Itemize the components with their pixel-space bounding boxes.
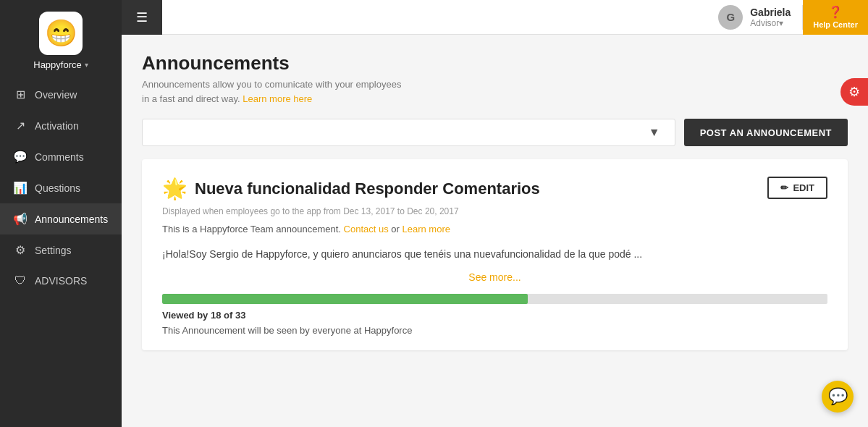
logo-emoji: 😁 bbox=[45, 18, 77, 48]
avatar: G bbox=[718, 5, 743, 30]
announcement-title-row: 🌟 Nueva funcionalidad Responder Comentar… bbox=[162, 177, 540, 200]
announcement-header: 🌟 Nueva funcionalidad Responder Comentar… bbox=[162, 177, 827, 200]
filter-input-wrap: ▼ bbox=[142, 119, 675, 146]
sidebar-item-label: Activation bbox=[35, 120, 79, 132]
announcement-title: Nueva funcionalidad Responder Comentario… bbox=[195, 179, 540, 198]
settings-fab-button[interactable]: ⚙ bbox=[840, 78, 868, 106]
viewed-total: 33 bbox=[235, 310, 245, 321]
announcement-footer: This Announcement will be seen by everyo… bbox=[162, 325, 827, 336]
learn-more-link[interactable]: Learn more bbox=[403, 224, 450, 234]
announcement-card: 🌟 Nueva funcionalidad Responder Comentar… bbox=[142, 159, 848, 350]
progress-bar bbox=[162, 294, 827, 304]
questions-icon: 📊 bbox=[13, 181, 28, 195]
user-name: Gabriela bbox=[750, 7, 791, 18]
announcement-meta: Displayed when employees go to the app f… bbox=[162, 206, 827, 216]
edit-icon: ✏ bbox=[780, 182, 788, 193]
sidebar-item-label: Overview bbox=[35, 89, 77, 101]
page-content: ⚙ Announcements Announcements allow you … bbox=[122, 35, 868, 427]
sidebar-item-label: Questions bbox=[35, 182, 80, 194]
announcement-emoji: 🌟 bbox=[162, 177, 187, 200]
app-name-chevron-icon: ▾ bbox=[85, 61, 88, 69]
viewed-of: of bbox=[224, 310, 232, 321]
subtitle-line1: Announcements allow you to comunicate wi… bbox=[142, 79, 401, 90]
overview-icon: ⊞ bbox=[13, 88, 28, 101]
activation-icon: ↗ bbox=[13, 119, 28, 132]
learn-more-header-link[interactable]: Learn more here bbox=[243, 93, 312, 104]
settings-icon: ⚙ bbox=[13, 243, 28, 257]
filter-icon-button[interactable]: ▼ bbox=[641, 126, 667, 139]
app-name-text: Happyforce bbox=[33, 59, 81, 70]
filter-icon: ▼ bbox=[649, 126, 660, 139]
sidebar: 😁 Happyforce ▾ ⊞ Overview ↗ Activation 💬… bbox=[0, 0, 122, 427]
topbar: ☰ G Gabriela Advisor▾ ❓ Help Center bbox=[122, 0, 868, 35]
app-name-label[interactable]: Happyforce ▾ bbox=[33, 59, 88, 70]
contact-us-link[interactable]: Contact us bbox=[344, 224, 389, 234]
gear-icon: ⚙ bbox=[848, 84, 860, 100]
happyforce-notice: This is a Happyforce Team announcement. … bbox=[162, 224, 827, 234]
sidebar-item-label: Announcements bbox=[35, 214, 108, 225]
user-role-chevron-icon: ▾ bbox=[779, 18, 783, 28]
sidebar-item-advisors[interactable]: 🛡 ADVISORS bbox=[0, 266, 122, 296]
menu-toggle-button[interactable]: ☰ bbox=[122, 0, 162, 35]
announcements-icon: 📢 bbox=[13, 212, 28, 226]
sidebar-nav: ⊞ Overview ↗ Activation 💬 Comments 📊 Que… bbox=[0, 79, 122, 427]
sidebar-item-comments[interactable]: 💬 Comments bbox=[0, 141, 122, 172]
filter-input[interactable] bbox=[150, 127, 641, 138]
sidebar-item-activation[interactable]: ↗ Activation bbox=[0, 110, 122, 141]
hamburger-icon: ☰ bbox=[136, 9, 148, 25]
progress-bar-fill bbox=[162, 294, 528, 304]
sidebar-logo: 😁 Happyforce ▾ bbox=[0, 0, 122, 79]
help-icon: ❓ bbox=[828, 5, 843, 19]
edit-label: EDIT bbox=[793, 182, 814, 193]
comments-icon: 💬 bbox=[13, 150, 28, 164]
main-area: ☰ G Gabriela Advisor▾ ❓ Help Center ⚙ bbox=[122, 0, 868, 427]
happyforce-notice-text: This is a Happyforce Team announcement. bbox=[162, 224, 341, 234]
topbar-user[interactable]: G Gabriela Advisor▾ bbox=[707, 5, 803, 30]
page-header: Announcements Announcements allow you to… bbox=[142, 52, 848, 106]
chat-fab-button[interactable]: 💬 bbox=[822, 381, 854, 413]
sidebar-item-overview[interactable]: ⊞ Overview bbox=[0, 79, 122, 110]
sidebar-item-announcements[interactable]: 📢 Announcements bbox=[0, 203, 122, 234]
user-role: Advisor▾ bbox=[750, 18, 791, 28]
user-role-text: Advisor bbox=[750, 18, 779, 28]
viewed-count: 18 bbox=[211, 310, 221, 321]
advisors-icon: 🛡 bbox=[13, 274, 28, 287]
sidebar-item-questions[interactable]: 📊 Questions bbox=[0, 172, 122, 203]
help-center-button[interactable]: ❓ Help Center bbox=[803, 0, 868, 35]
subtitle-line2: in a fast and direct way. bbox=[142, 93, 240, 104]
sidebar-item-label: Settings bbox=[35, 245, 72, 256]
announcement-body: ¡Hola!Soy Sergio de Happyforce, y quiero… bbox=[162, 246, 827, 262]
or-text: or bbox=[391, 224, 400, 234]
edit-button[interactable]: ✏ EDIT bbox=[767, 177, 827, 199]
avatar-initial: G bbox=[726, 11, 735, 23]
chat-icon: 💬 bbox=[828, 387, 848, 406]
user-info: Gabriela Advisor▾ bbox=[750, 7, 791, 28]
see-more[interactable]: See more... bbox=[162, 271, 827, 284]
help-center-label: Help Center bbox=[813, 20, 858, 29]
app-logo-icon: 😁 bbox=[39, 12, 83, 55]
action-row: ▼ POST AN ANNOUNCEMENT bbox=[142, 119, 848, 146]
post-announcement-button[interactable]: POST AN ANNOUNCEMENT bbox=[684, 119, 848, 146]
sidebar-item-settings[interactable]: ⚙ Settings bbox=[0, 234, 122, 266]
page-title: Announcements bbox=[142, 52, 848, 75]
page-subtitle: Announcements allow you to comunicate wi… bbox=[142, 77, 848, 106]
viewed-info: Viewed by 18 of 33 bbox=[162, 310, 827, 321]
viewed-label: Viewed by bbox=[162, 310, 208, 321]
sidebar-item-label: Comments bbox=[35, 151, 84, 163]
sidebar-item-label: ADVISORS bbox=[35, 275, 87, 287]
see-more-link[interactable]: See more... bbox=[468, 271, 521, 283]
